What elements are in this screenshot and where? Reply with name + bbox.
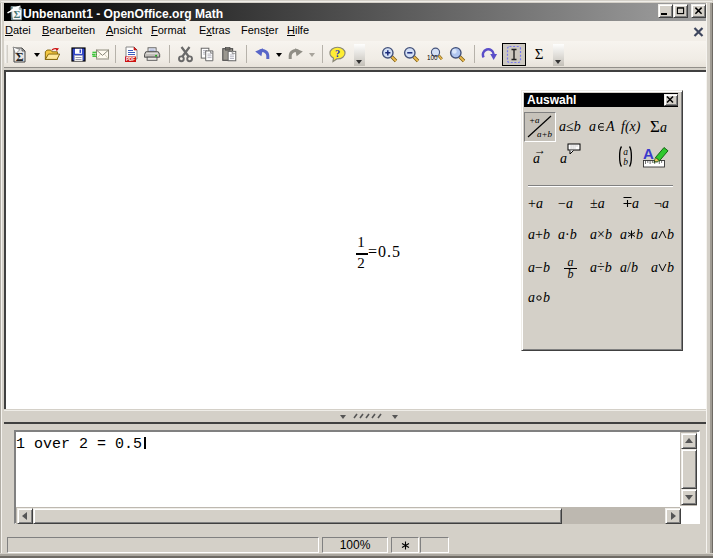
svg-text:Σ: Σ <box>14 9 21 20</box>
svg-text:?: ? <box>335 48 340 59</box>
svg-text:A: A <box>643 145 654 162</box>
svg-text:Σ: Σ <box>16 50 24 64</box>
svg-text:a+b: a+b <box>537 129 553 139</box>
svg-text:a: a <box>623 147 628 157</box>
svg-text:b: b <box>623 157 628 167</box>
svg-text:PDF: PDF <box>126 57 135 62</box>
svg-text:+a: +a <box>529 115 540 125</box>
svg-text:100: 100 <box>427 54 438 61</box>
